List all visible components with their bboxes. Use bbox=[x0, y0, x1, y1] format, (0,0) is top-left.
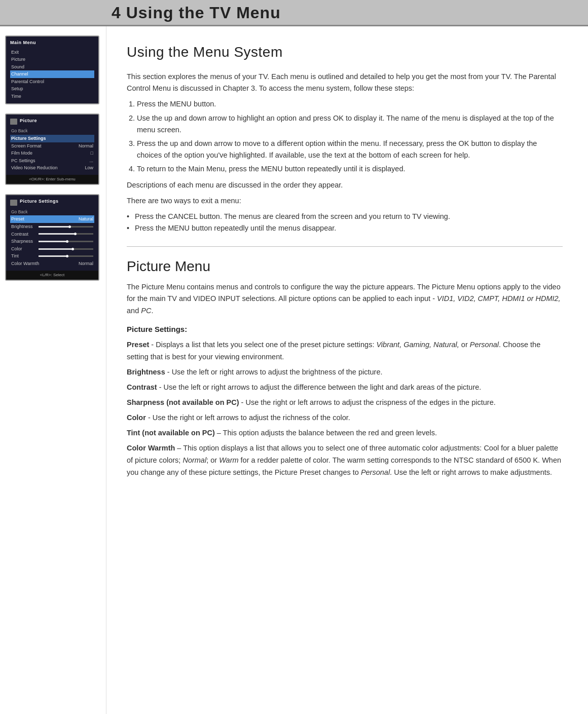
picture-menu-section-title: Picture Menu bbox=[127, 256, 563, 277]
sharpness-row: Sharpness bbox=[10, 238, 94, 245]
picture-settings-footer: <L/R>: Select bbox=[6, 271, 98, 280]
film-mode-row: Film Mode□ bbox=[10, 149, 94, 157]
ps-go-back: Go Back bbox=[10, 209, 94, 216]
chapter-title: Using the TV Menu bbox=[121, 4, 281, 22]
section-divider bbox=[127, 246, 563, 247]
header-bar: 4 Using the TV Menu bbox=[0, 0, 588, 26]
brightness-row: Brightness bbox=[10, 223, 94, 231]
picture-menu-footer: <OK/R>: Enter Sub-menu bbox=[6, 175, 98, 184]
menu-item-parental: Parental Control bbox=[10, 78, 94, 86]
menu-item-sound: Sound bbox=[10, 63, 94, 71]
picture-menu-intro: The Picture Menu contains menus and cont… bbox=[127, 281, 563, 317]
menu-system-title: Using the Menu System bbox=[127, 42, 563, 63]
menu-system-intro: This section explores the menus of your … bbox=[127, 71, 563, 94]
picture-settings-subtitle: Picture Settings: bbox=[127, 324, 563, 335]
def-brightness: Brightness - Use the left or right arrow… bbox=[127, 366, 563, 379]
picture-menu-title: Picture bbox=[20, 118, 37, 125]
menu-item-exit: Exit bbox=[10, 49, 94, 56]
def-sharpness: Sharpness (not available on PC) - Use th… bbox=[127, 397, 563, 409]
sidebar: Main Menu Exit Picture Sound Channel Par… bbox=[0, 26, 106, 714]
def-tint: Tint (not available on PC) – This option… bbox=[127, 427, 563, 439]
def-color: Color - Use the right or left arrows to … bbox=[127, 412, 563, 424]
tint-row: Tint bbox=[10, 252, 94, 260]
main-content: Using the Menu System This section explo… bbox=[106, 26, 588, 714]
picture-settings-header: Picture Settings bbox=[10, 135, 94, 142]
def-contrast: Contrast - Use the left or right arrows … bbox=[127, 382, 563, 394]
menu-item-channel: Channel bbox=[10, 70, 94, 78]
exit-bullets: Press the CANCEL button. The menus are c… bbox=[127, 211, 563, 234]
preset-row: PresetNatural bbox=[10, 215, 94, 223]
chapter-number: 4 bbox=[112, 4, 121, 22]
exit-bullet-2: Press the MENU button repeatedly until t… bbox=[127, 222, 563, 234]
step-3: Press the up and down arrow to move to a… bbox=[137, 138, 563, 161]
main-menu-title: Main Menu bbox=[10, 40, 94, 47]
screen-format-row: Screen FormatNormal bbox=[10, 142, 94, 150]
menu-steps: Press the MENU button. Use the up and do… bbox=[137, 98, 563, 175]
page-title: 4 Using the TV Menu bbox=[112, 1, 281, 25]
exit-note: There are two ways to exit a menu: bbox=[127, 195, 563, 207]
video-noise-row: Video Noise ReductionLow bbox=[10, 164, 94, 172]
picture-go-back: Go Back bbox=[10, 128, 94, 135]
pc-settings-row: PC Settings... bbox=[10, 157, 94, 165]
menu-item-time: Time bbox=[10, 93, 94, 100]
menu-item-picture: Picture bbox=[10, 56, 94, 63]
picture-settings-screenshot: Picture Settings Go Back PresetNatural B… bbox=[5, 194, 99, 281]
step-4: To return to the Main Menu, press the ME… bbox=[137, 163, 563, 175]
main-menu-screenshot: Main Menu Exit Picture Sound Channel Par… bbox=[5, 35, 99, 104]
color-warmth-row: Color WarmthNormal bbox=[10, 260, 94, 268]
picture-menu-screenshot: Picture Go Back Picture Settings Screen … bbox=[5, 114, 99, 185]
step-1: Press the MENU button. bbox=[137, 98, 563, 110]
page-layout: Main Menu Exit Picture Sound Channel Par… bbox=[0, 26, 588, 714]
picture-settings-menu-title: Picture Settings bbox=[20, 198, 59, 205]
color-row: Color bbox=[10, 245, 94, 253]
step-2: Use the up and down arrow to highlight a… bbox=[137, 112, 563, 136]
menu-item-setup: Setup bbox=[10, 85, 94, 93]
contrast-row: Contrast bbox=[10, 231, 94, 238]
def-color-warmth: Color Warmth – This option displays a li… bbox=[127, 442, 563, 479]
descriptions-note: Descriptions of each menu are discussed … bbox=[127, 179, 563, 191]
exit-bullet-1: Press the CANCEL button. The menus are c… bbox=[127, 211, 563, 222]
def-preset: Preset - Displays a list that lets you s… bbox=[127, 339, 563, 363]
